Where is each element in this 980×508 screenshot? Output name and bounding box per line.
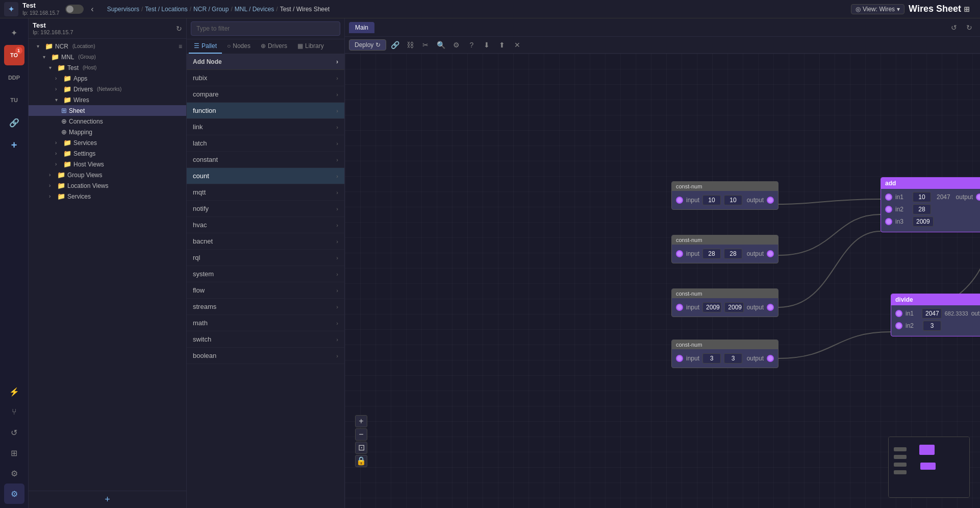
input-port-4[interactable]: [676, 355, 683, 362]
sync1-button[interactable]: ↺: [947, 21, 961, 34]
divide-in2-value[interactable]: 3: [923, 321, 941, 331]
const-num-node-4[interactable]: const-num input 3 3 output: [671, 340, 778, 368]
breadcrumb-mnl-devices[interactable]: MNL / Devices: [235, 6, 274, 13]
pallet-search-input[interactable]: [191, 21, 340, 36]
pallet-item-switch[interactable]: switch ›: [187, 331, 344, 348]
tab-pallet[interactable]: ☰ Pallet: [189, 39, 222, 54]
tree-item-settings[interactable]: › 📁 Settings: [29, 148, 186, 159]
input-value-4[interactable]: 3: [702, 353, 721, 364]
deploy-button[interactable]: Deploy ↻: [349, 39, 386, 51]
tab-library[interactable]: ▦ Library: [292, 39, 329, 54]
breadcrumb-supervisors[interactable]: Supervisors: [107, 6, 139, 13]
flash-button[interactable]: ⚡: [4, 381, 24, 402]
tree-item-services[interactable]: › 📁 Services: [29, 191, 186, 202]
tree-add-button[interactable]: +: [29, 491, 186, 508]
gear-canvas-button[interactable]: ⚙: [449, 38, 463, 52]
branch-button[interactable]: ⑂: [4, 402, 24, 422]
collapse-sidebar-button[interactable]: ‹: [88, 4, 96, 15]
breadcrumb-test-locations[interactable]: Test / Locations: [145, 6, 187, 13]
tree-refresh-button[interactable]: ↻: [176, 25, 182, 33]
pallet-item-flow[interactable]: flow ›: [187, 282, 344, 299]
zoom-in-button[interactable]: +: [355, 415, 367, 427]
add-in1-value[interactable]: 10: [913, 192, 931, 202]
add-in3-value[interactable]: 2009: [913, 216, 934, 227]
tree-item-location-views[interactable]: › 📁 Location Views: [29, 180, 186, 191]
to-button[interactable]: TO 1: [4, 45, 24, 65]
tool-button[interactable]: ⚙: [4, 463, 24, 483]
tu-button[interactable]: TU: [4, 90, 24, 110]
divide-in1-port[interactable]: [895, 310, 902, 317]
pallet-item-constant[interactable]: constant ›: [187, 152, 344, 168]
input-port-1[interactable]: [676, 197, 683, 204]
upload-button[interactable]: ⬆: [495, 38, 509, 52]
pallet-item-compare[interactable]: compare ›: [187, 86, 344, 103]
tree-item-group-views[interactable]: › 📁 Group Views: [29, 170, 186, 180]
divide-in2-port[interactable]: [895, 322, 902, 329]
tree-item-services-sub[interactable]: › 📁 Services: [29, 137, 186, 148]
tree-item-mnl[interactable]: ▾ 📁 MNL (Group): [29, 52, 186, 62]
const-num-node-1[interactable]: const-num input 10 10 output: [671, 181, 778, 210]
topbar-toggle[interactable]: [65, 5, 84, 14]
add-in2-value[interactable]: 28: [913, 204, 931, 214]
tree-item-ncr[interactable]: ▾ 📁 NCR (Location) ≡: [29, 41, 186, 52]
add-output-port[interactable]: [976, 193, 980, 201]
output-port-3[interactable]: [767, 304, 774, 311]
zoom-fit-button[interactable]: ⊡: [355, 442, 367, 454]
add-node-button[interactable]: Add Node ›: [187, 54, 344, 70]
tree-item-sheet[interactable]: ⊞ Sheet: [29, 105, 186, 116]
logo-sidebar-icon[interactable]: ✦: [4, 22, 24, 43]
zoom-out-button[interactable]: −: [355, 428, 367, 441]
help-button[interactable]: ?: [465, 38, 478, 52]
divide-in1-value[interactable]: 2047: [922, 308, 942, 319]
pallet-item-math[interactable]: math ›: [187, 315, 344, 331]
search-canvas-button[interactable]: 🔍: [434, 38, 447, 52]
add-node[interactable]: add in1 10 2047 output in2 28: [881, 177, 980, 232]
download-button[interactable]: ⬇: [480, 38, 493, 52]
settings3-button[interactable]: ⚙: [4, 483, 24, 504]
add-in2-port[interactable]: [885, 206, 892, 213]
breadcrumb-wires-sheet[interactable]: Test / Wires Sheet: [280, 6, 330, 13]
app-logo[interactable]: ✦: [4, 2, 18, 16]
pallet-item-notify[interactable]: notify ›: [187, 201, 344, 217]
tree-item-test-host[interactable]: ▾ 📁 Test (Host): [29, 62, 186, 73]
pallet-item-latch[interactable]: latch ›: [187, 135, 344, 152]
close-canvas-button[interactable]: ✕: [511, 38, 524, 52]
input-port-2[interactable]: [676, 250, 683, 257]
tree-menu-icon[interactable]: ≡: [179, 43, 182, 50]
input-value-2[interactable]: 28: [702, 249, 721, 259]
pallet-item-boolean[interactable]: boolean ›: [187, 348, 344, 364]
tab-nodes[interactable]: ○ Nodes: [222, 39, 256, 54]
breadcrumb-ncr-group[interactable]: NCR / Group: [193, 6, 229, 13]
output-port-1[interactable]: [767, 197, 774, 204]
pallet-item-rql[interactable]: rql ›: [187, 250, 344, 266]
link-sidebar-button[interactable]: 🔗: [4, 112, 24, 133]
grid2-button[interactable]: ⊞: [4, 443, 24, 463]
output-port-4[interactable]: [767, 355, 774, 362]
divide-node[interactable]: divide in1 2047 682.3333 output in2 3: [891, 294, 980, 336]
tab-drivers[interactable]: ⊕ Drivers: [256, 39, 292, 54]
link-canvas-button[interactable]: 🔗: [388, 38, 401, 52]
canvas-tab-main[interactable]: Main: [349, 22, 374, 33]
pallet-item-mqtt[interactable]: mqtt ›: [187, 184, 344, 201]
output-port-2[interactable]: [767, 250, 774, 257]
add-in1-port[interactable]: [885, 193, 892, 201]
pallet-item-system[interactable]: system ›: [187, 266, 344, 282]
ddp-button[interactable]: DDP: [4, 67, 24, 88]
tree-item-apps[interactable]: › 📁 Apps: [29, 73, 186, 84]
add-in3-port[interactable]: [885, 218, 892, 225]
add-sidebar-button[interactable]: +: [4, 135, 24, 155]
const-num-node-3[interactable]: const-num input 2009 2009 output: [671, 288, 778, 317]
tree-item-drivers[interactable]: › 📁 Drivers (Networks): [29, 84, 186, 94]
pallet-item-function[interactable]: function ›: [187, 103, 344, 119]
canvas-grid[interactable]: const-num input 10 10 output const-num: [345, 54, 980, 508]
tree-item-host-views[interactable]: › 📁 Host Views: [29, 159, 186, 170]
pallet-item-streams[interactable]: streams ›: [187, 299, 344, 315]
input-value-1[interactable]: 10: [702, 195, 721, 205]
zoom-lock-button[interactable]: 🔒: [355, 455, 367, 467]
unlink-canvas-button[interactable]: ⛓: [404, 38, 417, 52]
pallet-item-count[interactable]: count ›: [187, 168, 344, 184]
pallet-item-rubix[interactable]: rubix ›: [187, 70, 344, 86]
const-num-node-2[interactable]: const-num input 28 28 output: [671, 235, 778, 263]
tree-item-connections[interactable]: ⊕ Connections: [29, 116, 186, 127]
tree-item-wires[interactable]: ▾ 📁 Wires: [29, 94, 186, 105]
